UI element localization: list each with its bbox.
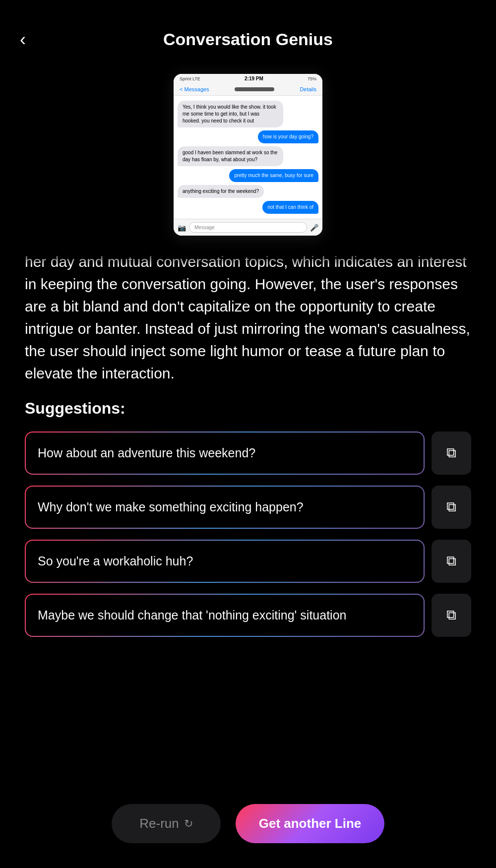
- rerun-button[interactable]: Re-run ↻: [112, 804, 221, 843]
- copy-icon-1: ⧉: [446, 445, 456, 461]
- suggestion-text-1: How about an adventure this weekend?: [38, 446, 255, 460]
- copy-icon-3: ⧉: [446, 553, 456, 569]
- phone-battery: 75%: [308, 76, 316, 81]
- camera-icon: 📷: [178, 224, 186, 232]
- rerun-icon: ↻: [184, 817, 193, 830]
- chat-bubble-4: pretty much the same, busy for sure: [229, 169, 318, 182]
- suggestions-section: Suggestions: How about an adventure this…: [0, 399, 496, 663]
- chat-bubble-1: Yes, I think you would like the show. it…: [178, 101, 283, 127]
- chat-bubble-6: not that I can think of: [262, 201, 318, 214]
- suggestion-text-2: Why don't we make something exciting hap…: [38, 500, 304, 514]
- copy-icon-2: ⧉: [446, 499, 456, 515]
- get-another-line-button[interactable]: Get another Line: [236, 804, 384, 843]
- chat-bubble-3: good I haven been slammed at work so the…: [178, 146, 283, 166]
- suggestion-row-3: So you're a workaholic huh? ⧉: [25, 540, 471, 583]
- suggestion-text-3: So you're a workaholic huh?: [38, 554, 193, 568]
- rerun-label: Re-run: [139, 816, 179, 831]
- phone-screenshot: Sprint LTE 2:19 PM 75% < Messages Detail…: [174, 74, 322, 236]
- back-button[interactable]: ‹: [20, 29, 26, 50]
- get-line-label: Get another Line: [259, 816, 362, 831]
- copy-button-2[interactable]: ⧉: [432, 486, 471, 529]
- suggestion-row-1: How about an adventure this weekend? ⧉: [25, 432, 471, 475]
- suggestion-bubble-2: Why don't we make something exciting hap…: [25, 486, 425, 529]
- copy-icon-4: ⧉: [446, 607, 456, 623]
- phone-contact-name-bar: [235, 87, 274, 91]
- chat-bubble-2: how is your day going?: [258, 130, 318, 143]
- page-title: Conversation Genius: [163, 30, 333, 49]
- copy-button-1[interactable]: ⧉: [432, 432, 471, 475]
- back-icon: ‹: [20, 29, 26, 50]
- phone-details-link: Details: [300, 86, 316, 92]
- suggestion-text-4: Maybe we should change that 'nothing exc…: [38, 608, 346, 622]
- suggestion-row-4: Maybe we should change that 'nothing exc…: [25, 594, 471, 637]
- suggestion-row-2: Why don't we make something exciting hap…: [25, 486, 471, 529]
- phone-time: 2:19 PM: [245, 76, 263, 81]
- phone-input-bar: 📷 Message 🎤: [174, 219, 322, 236]
- phone-carrier: Sprint LTE: [180, 76, 200, 81]
- suggestion-bubble-1: How about an adventure this weekend?: [25, 432, 425, 475]
- copy-button-3[interactable]: ⧉: [432, 540, 471, 583]
- suggestion-bubble-3: So you're a workaholic huh?: [25, 540, 425, 583]
- analysis-content: her day and mutual conversation topics, …: [25, 253, 470, 381]
- header: ‹ Conversation Genius: [0, 0, 496, 64]
- mic-icon: 🎤: [310, 224, 318, 232]
- chat-bubble-5: anything exciting for the weekend?: [178, 185, 264, 198]
- suggestion-bubble-4: Maybe we should change that 'nothing exc…: [25, 594, 425, 637]
- phone-status-bar: Sprint LTE 2:19 PM 75%: [174, 74, 322, 83]
- analysis-text: her day and mutual conversation topics, …: [0, 250, 496, 399]
- phone-screenshot-wrapper: Sprint LTE 2:19 PM 75% < Messages Detail…: [0, 64, 496, 250]
- copy-button-4[interactable]: ⧉: [432, 594, 471, 637]
- phone-message-input: Message: [189, 222, 307, 233]
- phone-chat: Yes, I think you would like the show. it…: [174, 96, 322, 219]
- bottom-bar: Re-run ↻ Get another Line: [0, 789, 496, 868]
- phone-nav-bar: < Messages Details: [174, 83, 322, 96]
- suggestions-label: Suggestions:: [25, 399, 471, 418]
- phone-messages-back: < Messages: [180, 86, 209, 92]
